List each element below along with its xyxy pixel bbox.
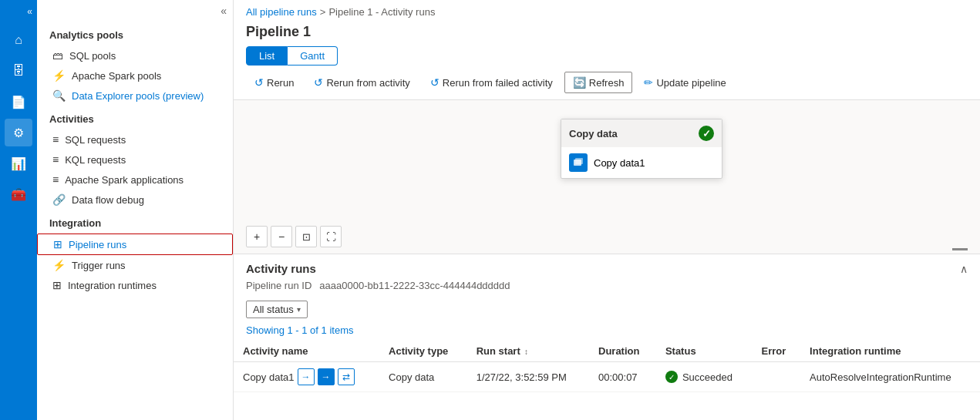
- showing-text: Showing 1 - 1 of 1 items: [234, 323, 980, 341]
- check-symbol: ✓: [702, 128, 711, 139]
- sidebar-item-spark-apps[interactable]: ≡ Apache Spark applications: [37, 170, 233, 190]
- sidebar-item-label: Data Explorer pools (preview): [72, 90, 204, 102]
- toolbox-icon[interactable]: 🧰: [5, 180, 32, 208]
- sidebar-item-pipeline-runs[interactable]: ⊞ Pipeline runs: [37, 234, 233, 255]
- col-duration: Duration: [589, 341, 656, 362]
- breadcrumb-link[interactable]: All pipeline runs: [246, 6, 317, 18]
- copy-data-header-label: Copy data: [569, 128, 618, 139]
- rail-collapse-icon[interactable]: «: [27, 6, 37, 17]
- toolbar-area: List Gantt ↺ Rerun ↺ Rerun from activity…: [234, 46, 980, 100]
- activity-runs-title: Activity runs: [246, 262, 316, 275]
- zoom-in-button[interactable]: +: [246, 226, 268, 247]
- refresh-icon: 🔄: [573, 76, 586, 89]
- data-explorer-icon: 🔍: [52, 89, 66, 102]
- fit-icon: ⊡: [302, 231, 311, 243]
- home-icon[interactable]: ⌂: [5, 26, 32, 54]
- main-content: All pipeline runs > Pipeline 1 - Activit…: [234, 0, 980, 420]
- canvas-collapse-bar[interactable]: [952, 248, 968, 250]
- list-view-button[interactable]: List: [246, 46, 288, 66]
- status-success-icon: ✓: [665, 371, 678, 383]
- copy-data-item[interactable]: Copy data1: [561, 147, 722, 178]
- integration-runtimes-icon: ⊞: [52, 279, 62, 291]
- sidebar-item-label: Pipeline runs: [69, 239, 126, 250]
- database-icon[interactable]: 🗄: [5, 57, 32, 85]
- activity-name-cell: Copy data1 → → ⇄: [234, 362, 379, 392]
- pipeline-run-id-label: Pipeline run ID: [246, 280, 312, 291]
- sidebar-item-data-flow[interactable]: 🔗 Data flow debug: [37, 190, 233, 210]
- data-flow-icon: 🔗: [52, 193, 66, 206]
- filter-bar: All status ▾: [234, 297, 980, 323]
- copy-data-dropdown: Copy data ✓ Copy data1: [561, 119, 722, 179]
- sidebar-item-sql-pools[interactable]: 🗃 SQL pools: [37, 45, 233, 66]
- activity-runs-table: Activity name Activity type Run start ↕ …: [234, 341, 980, 392]
- status-filter-label: All status: [253, 304, 294, 315]
- document-icon[interactable]: 📄: [5, 88, 32, 116]
- integration-icon[interactable]: ⚙: [5, 119, 32, 146]
- action-bar: ↺ Rerun ↺ Rerun from activity ↺ Rerun fr…: [246, 72, 968, 93]
- sidebar-item-sql-requests[interactable]: ≡ SQL requests: [37, 129, 233, 150]
- activity-rerun-icon[interactable]: ⇄: [338, 368, 355, 385]
- expand-icon: ⛶: [326, 231, 336, 243]
- sidebar-item-label: Apache Spark pools: [72, 70, 161, 82]
- rerun-label: Rerun: [267, 77, 294, 89]
- analytics-section-title: Analytics pools: [37, 22, 233, 45]
- breadcrumb-separator: >: [320, 6, 326, 18]
- sidebar-item-data-explorer[interactable]: 🔍 Data Explorer pools (preview): [37, 86, 233, 106]
- rerun-button[interactable]: ↺ Rerun: [246, 72, 302, 93]
- duration-cell: 00:00:07: [589, 362, 656, 392]
- view-toggle: List Gantt: [246, 46, 968, 66]
- status-filter-chevron-icon: ▾: [297, 305, 301, 314]
- status-cell: ✓ Succeeded: [656, 362, 753, 392]
- update-pipeline-button[interactable]: ✏ Update pipeline: [635, 72, 734, 93]
- canvas-area: Copy data ✓ Copy data1 + −: [234, 100, 980, 254]
- gantt-view-button[interactable]: Gantt: [288, 46, 338, 66]
- error-cell: [752, 362, 800, 392]
- activities-section-title: Activities: [37, 106, 233, 129]
- sidebar-item-label: Integration runtimes: [68, 280, 157, 291]
- sidebar-item-integration-runtimes[interactable]: ⊞ Integration runtimes: [37, 275, 233, 295]
- kql-requests-icon: ≡: [52, 153, 59, 166]
- integration-section-title: Integration: [37, 210, 233, 234]
- collapse-chevron-icon[interactable]: ∧: [960, 263, 968, 275]
- activity-type-cell: Copy data: [379, 362, 467, 392]
- rerun-icon: ↺: [254, 76, 264, 89]
- copy-data-item-icon: [569, 153, 588, 172]
- breadcrumb: All pipeline runs > Pipeline 1 - Activit…: [234, 0, 980, 21]
- copy-data-item-label: Copy data1: [594, 157, 645, 169]
- sidebar-item-trigger-runs[interactable]: ⚡ Trigger runs: [37, 255, 233, 275]
- icon-rail: « ⌂ 🗄 📄 ⚙ 📊 🧰: [0, 0, 37, 420]
- update-pipeline-icon: ✏: [644, 76, 653, 89]
- rerun-from-activity-button[interactable]: ↺ Rerun from activity: [305, 72, 418, 93]
- activity-runs-header: Activity runs ∧: [234, 254, 980, 278]
- canvas-toolbar: + − ⊡ ⛶: [246, 226, 342, 247]
- col-integration-runtime: Integration runtime: [800, 341, 980, 362]
- sidebar-item-label: SQL pools: [69, 50, 116, 62]
- sidebar-item-kql-requests[interactable]: ≡ KQL requests: [37, 150, 233, 170]
- sidebar-item-label: Data flow debug: [72, 194, 144, 206]
- table-row: Copy data1 → → ⇄ Copy data 1/27/22, 3:52…: [234, 362, 980, 392]
- activity-input-icon[interactable]: →: [298, 368, 315, 385]
- copy-data-header: Copy data ✓: [561, 119, 722, 147]
- sidebar-item-label: Trigger runs: [72, 260, 126, 271]
- runs-table-wrapper: Activity name Activity type Run start ↕ …: [234, 341, 980, 392]
- sidebar-item-label: SQL requests: [65, 134, 126, 146]
- expand-button[interactable]: ⛶: [320, 226, 342, 247]
- col-run-start[interactable]: Run start ↕: [467, 341, 589, 362]
- pipeline-run-id-value: aaaa0000-bb11-2222-33cc-444444dddddd: [319, 280, 510, 291]
- sidebar-collapse[interactable]: «: [37, 0, 233, 22]
- sidebar-item-label: Apache Spark applications: [65, 174, 184, 186]
- monitor-icon[interactable]: 📊: [5, 150, 32, 177]
- svg-rect-1: [575, 158, 583, 164]
- activity-output-icon[interactable]: →: [318, 368, 335, 385]
- zoom-out-button[interactable]: −: [271, 226, 292, 247]
- collapse-icon[interactable]: «: [221, 5, 227, 17]
- pipeline-run-id: Pipeline run ID aaaa0000-bb11-2222-33cc-…: [234, 278, 980, 297]
- col-activity-type: Activity type: [379, 341, 467, 362]
- rerun-from-activity-icon: ↺: [314, 76, 323, 89]
- rerun-from-failed-button[interactable]: ↺ Rerun from failed activity: [422, 72, 561, 93]
- refresh-button[interactable]: 🔄 Refresh: [564, 72, 633, 93]
- fit-button[interactable]: ⊡: [295, 226, 317, 247]
- status-filter-dropdown[interactable]: All status ▾: [246, 301, 308, 318]
- activity-runs-section: Activity runs ∧ Pipeline run ID aaaa0000…: [234, 254, 980, 420]
- sidebar-item-spark-pools[interactable]: ⚡ Apache Spark pools: [37, 66, 233, 86]
